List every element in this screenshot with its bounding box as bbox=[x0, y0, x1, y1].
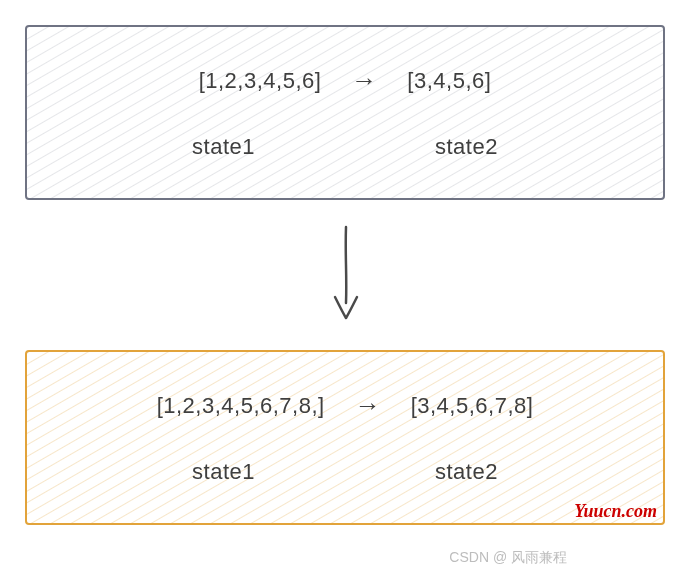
top-lists-row: [1,2,3,4,5,6] → [3,4,5,6] bbox=[27, 65, 663, 96]
bottom-state2-list: [3,4,5,6,7,8] bbox=[411, 393, 534, 419]
top-state2-list: [3,4,5,6] bbox=[407, 68, 491, 94]
bottom-lists-row: [1,2,3,4,5,6,7,8,] → [3,4,5,6,7,8] bbox=[27, 390, 663, 421]
arrow-down-icon bbox=[329, 225, 363, 324]
top-state1-list: [1,2,3,4,5,6] bbox=[199, 68, 322, 94]
bottom-labels-row: state1 state2 bbox=[27, 459, 663, 485]
watermark-csdn: CSDN @ 风雨兼程 bbox=[449, 549, 567, 567]
bottom-state1-list: [1,2,3,4,5,6,7,8,] bbox=[157, 393, 325, 419]
top-state2-label: state2 bbox=[435, 134, 498, 160]
arrow-right-icon: → bbox=[355, 390, 381, 421]
bottom-state2-label: state2 bbox=[435, 459, 498, 485]
top-state-box: [1,2,3,4,5,6] → [3,4,5,6] state1 state2 bbox=[25, 25, 665, 200]
diagram-canvas: [1,2,3,4,5,6] → [3,4,5,6] state1 state2 bbox=[0, 0, 692, 577]
bottom-state-box: [1,2,3,4,5,6,7,8,] → [3,4,5,6,7,8] state… bbox=[25, 350, 665, 525]
top-labels-row: state1 state2 bbox=[27, 134, 663, 160]
arrow-right-icon: → bbox=[351, 65, 377, 96]
top-state1-label: state1 bbox=[192, 134, 255, 160]
bottom-state1-label: state1 bbox=[192, 459, 255, 485]
